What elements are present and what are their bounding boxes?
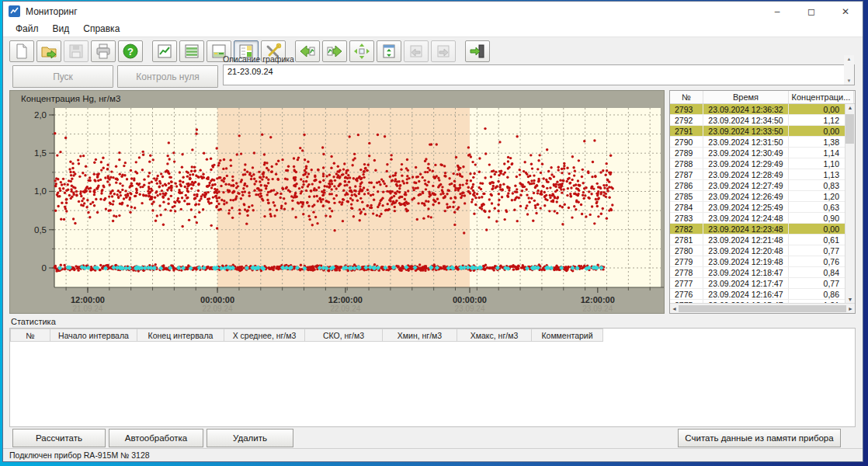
minimize-button[interactable]: – bbox=[760, 2, 794, 21]
table-row[interactable]: 278123.09.2024 12:21:480,61 bbox=[670, 235, 855, 245]
col-time[interactable]: Время bbox=[703, 91, 789, 103]
concentration-chart[interactable]: 2,01,51,00,5012:00:0021.09.2400:00:0022.… bbox=[10, 91, 664, 313]
chart-panel[interactable]: Концентрация Hg, нг/м3 2,01,51,00,5012:0… bbox=[9, 90, 665, 314]
svg-text:0,5: 0,5 bbox=[34, 225, 47, 235]
description-scrollbar[interactable]: ▲▼ bbox=[844, 55, 854, 85]
stat-col-5[interactable]: Хмин, нг/м3 bbox=[383, 329, 457, 342]
svg-text:1,0: 1,0 bbox=[34, 186, 47, 196]
stat-col-4[interactable]: СКО, нг/м3 bbox=[305, 329, 383, 342]
stat-col-3[interactable]: Х среднее, нг/м3 bbox=[224, 329, 305, 342]
row-number: 2782 bbox=[670, 224, 703, 234]
svg-text:?: ? bbox=[127, 45, 134, 57]
col-concentration[interactable]: Концентраци... bbox=[789, 91, 854, 103]
app-icon bbox=[9, 5, 20, 17]
table-row[interactable]: 279323.09.2024 12:36:320,00 bbox=[670, 104, 855, 115]
scroll-right-icon[interactable]: ► bbox=[848, 306, 853, 311]
help-button[interactable]: ? bbox=[118, 40, 143, 62]
svg-text:1,5: 1,5 bbox=[34, 148, 47, 158]
menu-view[interactable]: Вид bbox=[47, 22, 76, 36]
stat-col-1[interactable]: Начало интервала bbox=[50, 329, 137, 342]
measurement-table-header[interactable]: № Время Концентраци... bbox=[670, 91, 855, 104]
open-file-icon bbox=[40, 43, 57, 60]
svg-text:12:00:00: 12:00:00 bbox=[328, 295, 363, 304]
view-chart-button[interactable] bbox=[152, 40, 177, 62]
stat-col-2[interactable]: Конец интервала bbox=[137, 329, 224, 342]
autoprocess-button[interactable]: Автообработка bbox=[109, 429, 203, 447]
row-number: 2786 bbox=[670, 180, 703, 190]
main-area: Концентрация Hg, нг/м3 2,01,51,00,5012:0… bbox=[3, 89, 863, 314]
scroll-up-icon[interactable]: ▲ bbox=[848, 105, 853, 110]
table-row[interactable]: 277823.09.2024 12:18:470,84 bbox=[670, 267, 855, 278]
menubar: Файл Вид Справка bbox=[3, 21, 863, 37]
table-row[interactable]: 278523.09.2024 12:26:491,20 bbox=[670, 191, 855, 202]
stat-col-7[interactable]: Комментарий bbox=[532, 329, 603, 342]
delete-button[interactable]: Удалить bbox=[207, 429, 293, 447]
scroll-down-icon[interactable]: ▼ bbox=[848, 297, 853, 302]
row-time: 23.09.2024 12:23:48 bbox=[703, 224, 789, 234]
calculate-button[interactable]: Рассчитать bbox=[12, 429, 106, 447]
row-time: 23.09.2024 12:28:49 bbox=[703, 169, 789, 179]
new-document-icon bbox=[13, 43, 30, 60]
table-hscroll-thumb[interactable] bbox=[679, 305, 846, 312]
row-time: 23.09.2024 12:33:50 bbox=[703, 126, 789, 136]
table-row[interactable]: 278323.09.2024 12:24:480,90 bbox=[670, 213, 855, 224]
menu-help[interactable]: Справка bbox=[77, 22, 126, 36]
table-row[interactable]: 279023.09.2024 12:31:501,38 bbox=[670, 137, 855, 148]
svg-text:0: 0 bbox=[42, 263, 47, 273]
svg-text:22.09.24: 22.09.24 bbox=[203, 304, 233, 313]
table-row[interactable]: 278623.09.2024 12:27:490,83 bbox=[670, 180, 855, 191]
table-row[interactable]: 279123.09.2024 12:33:500,00 bbox=[670, 126, 855, 137]
table-row[interactable]: 278223.09.2024 12:23:480,00 bbox=[670, 224, 855, 235]
row-number: 2776 bbox=[670, 289, 703, 299]
scroll-down-icon[interactable]: ▼ bbox=[847, 78, 852, 83]
table-vscroll-thumb[interactable] bbox=[845, 114, 854, 144]
table-row[interactable]: 279223.09.2024 12:34:501,12 bbox=[670, 115, 855, 126]
scroll-up-icon[interactable]: ▲ bbox=[847, 57, 852, 61]
row-time: 23.09.2024 12:29:49 bbox=[703, 158, 789, 169]
row-number: 2777 bbox=[670, 278, 703, 288]
view-chart-icon bbox=[156, 43, 173, 60]
close-button[interactable]: ✕ bbox=[828, 2, 863, 21]
scroll-left-icon[interactable]: ◄ bbox=[672, 306, 677, 311]
svg-text:12:00:00: 12:00:00 bbox=[71, 295, 105, 304]
row-time: 23.09.2024 12:27:49 bbox=[703, 180, 789, 190]
row-number: 2788 bbox=[670, 158, 703, 169]
start-button[interactable]: Пуск bbox=[12, 65, 113, 88]
row-time: 23.09.2024 12:26:49 bbox=[703, 191, 789, 201]
row-time: 23.09.2024 12:31:50 bbox=[703, 137, 789, 147]
read-memory-button[interactable]: Считать данные из памяти прибора bbox=[678, 429, 841, 447]
table-row[interactable]: 278923.09.2024 12:30:491,14 bbox=[670, 148, 855, 158]
stat-col-6[interactable]: Хмакс, нг/м3 bbox=[457, 329, 532, 342]
zero-control-button[interactable]: Контроль нуля bbox=[117, 65, 218, 88]
col-number[interactable]: № bbox=[670, 91, 703, 103]
menu-file[interactable]: Файл bbox=[9, 22, 45, 36]
maximize-button[interactable]: ◻ bbox=[794, 2, 828, 21]
stat-col-0[interactable]: № bbox=[10, 329, 50, 342]
print-button[interactable] bbox=[91, 40, 116, 62]
table-row[interactable]: 277723.09.2024 12:17:470,77 bbox=[670, 278, 855, 289]
open-file-button[interactable] bbox=[36, 40, 61, 62]
row-time: 23.09.2024 12:36:32 bbox=[703, 104, 789, 114]
new-document-button[interactable] bbox=[9, 40, 34, 62]
chart-description-input[interactable]: 21-23.09.24 bbox=[223, 64, 855, 85]
app-window: Мониторинг – ◻ ✕ Файл Вид Справка ? Пуск… bbox=[3, 2, 863, 461]
row-number: 2787 bbox=[670, 169, 703, 179]
table-horizontal-scrollbar[interactable]: ◄► bbox=[670, 303, 855, 313]
table-row[interactable]: 278423.09.2024 12:25:490,63 bbox=[670, 202, 855, 213]
control-row: Пуск Контроль нуля Описание графика 21-2… bbox=[3, 64, 863, 89]
row-time: 23.09.2024 12:18:47 bbox=[703, 267, 789, 277]
table-row[interactable]: 277623.09.2024 12:16:470,86 bbox=[670, 289, 855, 300]
view-table-button[interactable] bbox=[179, 40, 204, 62]
row-time: 23.09.2024 12:34:50 bbox=[703, 115, 789, 125]
row-number: 2789 bbox=[670, 148, 703, 158]
table-row[interactable]: 277923.09.2024 12:19:480,76 bbox=[670, 256, 855, 267]
row-time: 23.09.2024 12:21:48 bbox=[703, 235, 789, 245]
table-row[interactable]: 278823.09.2024 12:29:491,10 bbox=[670, 158, 855, 169]
svg-text:00:00:00: 00:00:00 bbox=[200, 295, 234, 304]
svg-text:21.09.24: 21.09.24 bbox=[72, 304, 102, 313]
table-row[interactable]: 278723.09.2024 12:28:491,13 bbox=[670, 169, 855, 180]
table-row[interactable]: 278023.09.2024 12:20:480,77 bbox=[670, 245, 855, 256]
statistics-table-header: №Начало интервалаКонец интервалаХ средне… bbox=[10, 329, 855, 342]
row-time: 23.09.2024 12:24:48 bbox=[703, 213, 789, 223]
save-button bbox=[64, 40, 89, 62]
